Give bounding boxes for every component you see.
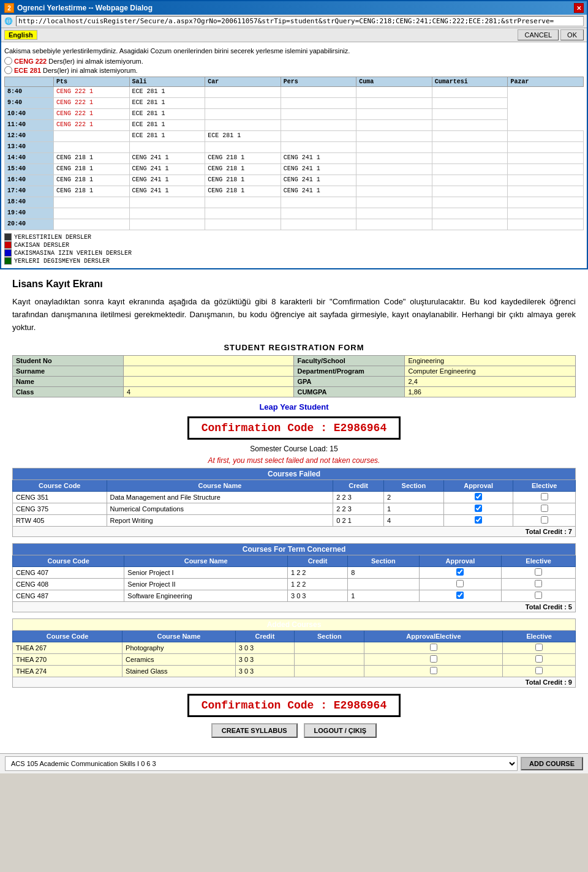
elective-checkbox[interactable] <box>535 592 542 599</box>
radio-1[interactable] <box>4 57 12 65</box>
schedule-cell-pers <box>281 219 356 230</box>
elective-cell[interactable] <box>503 642 576 654</box>
legend-label: YERLESTIRILEN DERSLER <box>14 234 91 241</box>
elective-cell[interactable] <box>503 666 576 677</box>
elective-checkbox[interactable] <box>535 568 542 576</box>
col-car: Car <box>205 77 281 87</box>
approval-cell[interactable] <box>443 503 513 515</box>
schedule-cell-cuma <box>356 153 432 164</box>
schedule-cell-pers: CENG 241 1 <box>281 153 356 164</box>
ece281-link[interactable]: ECE 281 <box>14 67 41 74</box>
approval-checkbox[interactable] <box>475 516 482 524</box>
elective-cell[interactable] <box>503 654 576 666</box>
schedule-cell-pers: CENG 241 1 <box>281 164 356 175</box>
approval-checkbox[interactable] <box>456 580 464 587</box>
schedule-cell-time: 15:40 <box>5 164 54 175</box>
cumgpa-value: 1,86 <box>405 387 576 397</box>
approval-checkbox[interactable] <box>430 667 437 674</box>
approval-checkbox[interactable] <box>430 655 437 663</box>
course-name: Numerical Computations <box>107 503 333 515</box>
schedule-cell-cumartesi <box>432 197 508 208</box>
approval-cell[interactable] <box>419 579 502 590</box>
table-row: RTW 405Report Writing0 2 14 <box>13 515 576 527</box>
cancel-button[interactable]: CANCEL <box>518 29 559 40</box>
elective-cell[interactable] <box>502 590 576 602</box>
approval-cell[interactable] <box>419 590 502 602</box>
legend-item: CAKISMASINA IZIN VERILEN DERSLER <box>4 249 584 257</box>
ok-button[interactable]: OK <box>560 29 584 40</box>
approval-checkbox[interactable] <box>430 644 437 651</box>
added-total: Total Credit : 9 <box>13 677 576 688</box>
schedule-cell-pers: CENG 241 1 <box>281 175 356 186</box>
approval-cell[interactable] <box>419 567 502 579</box>
legend-color-box <box>4 249 12 257</box>
add-course-button[interactable]: ADD COURSE <box>521 757 583 770</box>
elective-cell[interactable] <box>513 492 576 503</box>
term-col-elective: Elective <box>502 555 576 567</box>
failed-courses-section: Courses Failed Course Code Course Name C… <box>12 468 576 537</box>
schedule-cell-pazar <box>432 120 508 131</box>
approval-cell[interactable] <box>364 654 503 666</box>
elective-checkbox[interactable] <box>541 505 548 512</box>
radio-option-2[interactable]: ECE 281 Ders(ler) ini almak istemiyorum. <box>4 66 584 75</box>
col-cuma: Cuma <box>356 77 432 87</box>
language-button[interactable]: English <box>4 30 37 40</box>
term-col-code: Course Code <box>13 555 124 567</box>
confirmation-code-box-1: Confirmation Code : E2986964 <box>187 416 401 440</box>
schedule-cell-pts: CENG 218 1 <box>54 186 130 197</box>
approval-checkbox[interactable] <box>475 493 482 500</box>
schedule-cell-sali <box>129 197 205 208</box>
elective-checkbox[interactable] <box>541 516 548 524</box>
confirmation-code-1: Confirmation Code : E2986964 <box>187 416 401 440</box>
course-name: Report Writing <box>107 515 333 527</box>
schedule-cell-car <box>205 142 281 153</box>
close-button[interactable]: ✕ <box>574 3 584 13</box>
elective-checkbox[interactable] <box>535 580 542 587</box>
course-credit: 1 2 2 <box>287 567 347 579</box>
elective-checkbox[interactable] <box>535 644 543 651</box>
approval-cell[interactable] <box>443 515 513 527</box>
course-dropdown[interactable]: ACS 105 Academic Communication Skills I … <box>5 756 518 771</box>
approval-checkbox[interactable] <box>475 505 482 512</box>
schedule-cell-pers <box>205 87 281 98</box>
col-pers: Pers <box>281 77 356 87</box>
radio-2[interactable] <box>4 66 12 74</box>
elective-checkbox[interactable] <box>541 493 548 500</box>
schedule-cell-pers: CENG 241 1 <box>281 186 356 197</box>
added-col-elective: Elective <box>503 631 576 642</box>
legend-item: YERLERI DEGISMEYEN DERSLER <box>4 257 584 265</box>
elective-cell[interactable] <box>513 515 576 527</box>
schedule-cell-cuma <box>356 164 432 175</box>
schedule-table: Pts Sali Car Pers Cuma Cumartesi Pazar 8… <box>4 77 584 230</box>
address-input[interactable] <box>16 16 584 26</box>
ceng222-link[interactable]: CENG 222 <box>14 58 47 65</box>
elective-cell[interactable] <box>513 503 576 515</box>
bottom-bar: ACS 105 Academic Communication Skills I … <box>0 753 588 773</box>
dept-value: Computer Engineering <box>405 366 576 377</box>
schedule-cell-sali <box>129 142 205 153</box>
dept-label: Department/Program <box>294 366 405 377</box>
approval-checkbox[interactable] <box>456 568 464 576</box>
approval-cell[interactable] <box>364 666 503 677</box>
schedule-cell-pazar <box>508 164 584 175</box>
class-label: Class <box>13 387 124 397</box>
schedule-cell-sali: CENG 241 1 <box>129 164 205 175</box>
schedule-cell-pazar <box>508 142 584 153</box>
create-syllabus-button[interactable]: CREATE SYLLABUS <box>211 723 298 738</box>
approval-cell[interactable] <box>443 492 513 503</box>
radio-option-1[interactable]: CENG 222 Ders(ler) ini almak istemiyorum… <box>4 56 584 66</box>
elective-checkbox[interactable] <box>535 655 543 663</box>
schedule-cell-pts: CENG 222 1 <box>54 120 130 131</box>
approval-cell[interactable] <box>364 642 503 654</box>
elective-cell[interactable] <box>502 567 576 579</box>
schedule-cell-car <box>205 219 281 230</box>
elective-cell[interactable] <box>502 579 576 590</box>
surname-label: Surname <box>13 366 124 377</box>
course-credit: 1 2 2 <box>287 579 347 590</box>
schedule-cell-time: 14:40 <box>5 153 54 164</box>
logout-button[interactable]: LOGOUT / ÇIKIŞ <box>304 723 377 738</box>
col-pazar: Pazar <box>508 77 584 87</box>
elective-checkbox[interactable] <box>535 667 543 674</box>
approval-checkbox[interactable] <box>456 592 464 599</box>
student-no-label: Student No <box>13 356 124 366</box>
